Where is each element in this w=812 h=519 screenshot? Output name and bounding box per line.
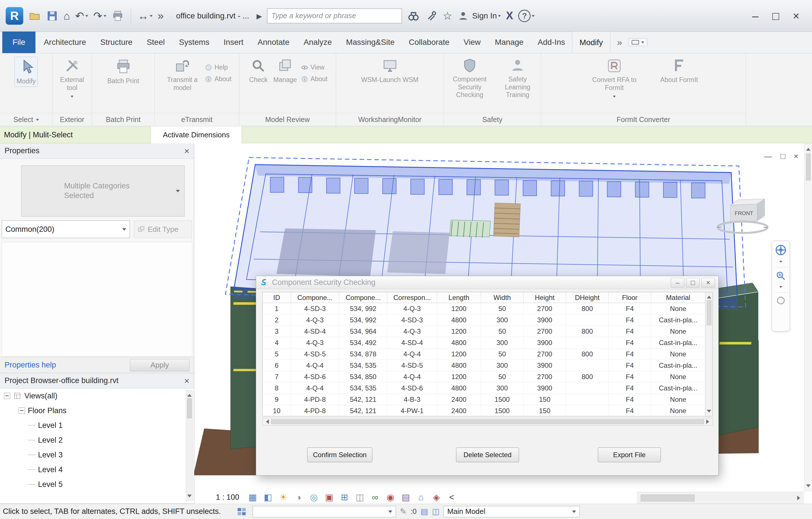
tree-item-views[interactable]: Views(all) <box>0 388 194 403</box>
view-minimize-icon[interactable]: — <box>764 152 772 161</box>
delete-selected-button[interactable]: Delete Selected <box>456 447 519 462</box>
scroll-right-icon[interactable] <box>706 419 711 424</box>
column-header[interactable]: ID <box>263 292 291 303</box>
scroll-up-icon[interactable] <box>187 391 192 397</box>
batch-print-button[interactable]: Batch Print <box>106 57 141 86</box>
editable-only-icon[interactable]: ✎ <box>400 508 406 516</box>
design-options-icon[interactable]: ▤ <box>420 508 428 516</box>
search-input[interactable] <box>267 8 402 23</box>
ribbon-tab[interactable]: Collaborate <box>402 31 456 53</box>
ribbon-tab[interactable]: View <box>456 31 488 53</box>
design-option-combo[interactable]: Main Model <box>443 506 580 517</box>
favorites-button[interactable]: ☆ <box>443 10 453 21</box>
wheel-dropdown-icon[interactable] <box>779 261 782 264</box>
measure-dropdown-icon[interactable] <box>150 15 152 19</box>
scroll-down-icon[interactable] <box>707 410 711 415</box>
print-button[interactable] <box>112 10 124 22</box>
tree-item-level-2[interactable]: Level 2 <box>0 433 194 447</box>
sign-in-dropdown-icon[interactable] <box>498 15 501 19</box>
table-row[interactable]: 34-SD-4534, 9644-Q-3 1200502700800 F4Non… <box>263 326 705 337</box>
wsm-launch-button[interactable]: WSM-Launch WSM <box>359 57 420 85</box>
table-row[interactable]: 14-SD-3534, 9924-Q-3 1200502700800 F4Non… <box>263 303 705 315</box>
ribbon-tab[interactable]: Insert <box>216 31 251 53</box>
viewcube-front-label[interactable]: FRONT <box>734 210 753 216</box>
undo-dropdown-icon[interactable] <box>85 15 88 19</box>
table-vertical-scrollbar[interactable] <box>705 292 713 416</box>
ribbon-tab[interactable]: Manage <box>488 31 531 53</box>
dialog-title-bar[interactable]: Component Security Checking – □ × <box>256 276 718 289</box>
ribbon-state-toggle[interactable] <box>629 38 647 46</box>
revit-logo-icon[interactable]: R <box>6 7 23 25</box>
workset-combo[interactable] <box>253 506 396 517</box>
properties-help-link[interactable]: Properties help <box>4 361 56 370</box>
component-security-dialog[interactable]: Component Security Checking – □ × IDComp… <box>256 276 719 475</box>
scrollbar-thumb[interactable] <box>806 154 811 181</box>
ribbon-tab[interactable]: File <box>2 31 35 53</box>
panel-label-select[interactable]: Select <box>0 113 52 126</box>
edit-type-button[interactable]: Edit Type <box>134 220 192 238</box>
dialog-close-button[interactable]: × <box>701 278 715 288</box>
lock-view-icon[interactable]: ◫ <box>354 491 366 503</box>
scrollbar-thumb[interactable] <box>187 399 192 418</box>
minimize-button[interactable]: – <box>745 10 765 22</box>
convert-rfa-button[interactable]: Convert RFA to FormIt <box>587 57 642 100</box>
properties-filter-combo[interactable]: Common(200) <box>2 220 130 238</box>
maximize-button[interactable]: □ <box>765 10 786 22</box>
active-model-icon[interactable]: ◫ <box>432 508 439 516</box>
column-header[interactable]: Width <box>481 292 524 303</box>
ribbon-tab[interactable]: Steel <box>140 31 172 53</box>
column-header[interactable]: Floor <box>609 292 651 303</box>
view-restore-icon[interactable]: □ <box>781 152 785 161</box>
undo-button[interactable]: ↶ <box>75 10 88 21</box>
column-header[interactable]: Length <box>437 292 481 303</box>
table-row[interactable]: 24-Q-3534, 9924-SD-3 48003003900 F4Cast-… <box>263 315 705 326</box>
previous-view-icon[interactable] <box>776 295 786 306</box>
etransmit-help-button[interactable]: Help <box>205 63 231 71</box>
drawing-area[interactable]: — □ × FRONT Component Security Checking … <box>194 143 812 504</box>
view-cube[interactable]: FRONT <box>714 193 775 237</box>
activate-dimensions-button[interactable]: Activate Dimensions <box>151 126 242 143</box>
close-button[interactable]: × <box>786 10 806 22</box>
scale-button[interactable]: 1 : 100 <box>216 493 239 502</box>
tree-item-level-3[interactable]: Level 3 <box>0 447 194 462</box>
tree-item-level-5[interactable]: Level 5 <box>0 477 194 492</box>
scrollbar-thumb[interactable] <box>271 419 704 424</box>
table-row[interactable]: 94-PD-8542, 1214-B-3 24001500150 F4None <box>263 394 705 405</box>
table-row[interactable]: 64-Q-4534, 5354-SD-5 48003003900 F4Cast-… <box>263 360 705 371</box>
table-horizontal-scrollbar[interactable] <box>262 418 713 426</box>
scroll-left-icon[interactable] <box>264 419 269 424</box>
table-row[interactable]: 104-PD-8542, 1214-PW-1 24001500150 F4Non… <box>263 405 705 416</box>
rendering-dialog-icon[interactable]: ◎ <box>308 491 320 503</box>
table-row[interactable]: 84-Q-4534, 5354-SD-6 48003003900 F4Cast-… <box>263 383 705 394</box>
ribbon-tab[interactable]: Add-Ins <box>531 31 572 53</box>
column-header[interactable]: Height <box>524 292 566 303</box>
table-row[interactable]: 54-SD-5534, 8784-Q-4 1200502700800 F4Non… <box>263 349 705 360</box>
safety-learning-training-button[interactable]: Safety Learning Training <box>496 57 539 100</box>
canvas-vertical-scrollbar[interactable] <box>804 143 812 492</box>
component-security-checking-button[interactable]: Component Security Checking <box>445 57 494 100</box>
sign-in-button[interactable]: Sign In <box>458 10 501 22</box>
collapse-bar-icon[interactable]: < <box>446 491 458 503</box>
ribbon-tab[interactable]: Analyze <box>296 31 339 53</box>
scroll-down-icon[interactable] <box>806 484 811 490</box>
scrollbar-thumb[interactable] <box>707 300 711 325</box>
ribbon-tab[interactable]: Structure <box>93 31 140 53</box>
dialog-maximize-button[interactable]: □ <box>686 278 700 288</box>
scroll-right-icon[interactable] <box>797 496 802 500</box>
sun-path-icon[interactable]: ☀ <box>278 491 289 503</box>
column-header[interactable]: Correspon... <box>387 292 437 303</box>
modify-button[interactable]: Modify <box>14 57 38 87</box>
ribbon-tab[interactable]: Modify <box>572 31 610 53</box>
column-header[interactable]: Material <box>651 292 705 303</box>
external-tool-button[interactable]: External tool <box>55 57 89 100</box>
collapse-box-icon[interactable] <box>19 408 25 414</box>
tree-item-level-4[interactable]: Level 4 <box>0 462 194 477</box>
project-browser-close-icon[interactable]: × <box>184 376 190 385</box>
save-button[interactable] <box>46 10 58 22</box>
table-row[interactable]: 74-SD-6534, 8504-Q-4 1200502700800 F4Non… <box>263 371 705 383</box>
search-button[interactable] <box>407 9 420 22</box>
component-table[interactable]: IDCompone...Compone...Correspon...Length… <box>262 292 713 416</box>
worksets-icon[interactable] <box>236 506 247 517</box>
column-header[interactable]: Compone... <box>291 292 339 303</box>
scroll-down-icon[interactable] <box>187 495 192 500</box>
